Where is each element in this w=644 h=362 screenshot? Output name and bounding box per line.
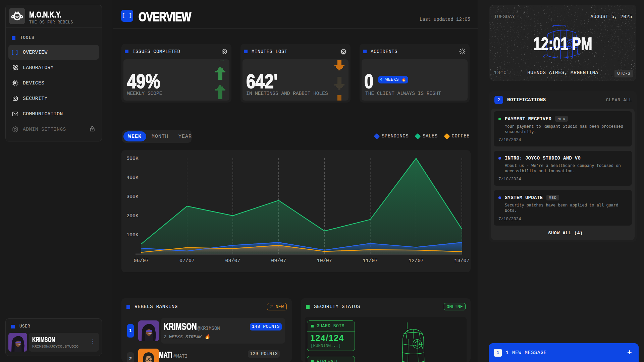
svg-text:11/07: 11/07 <box>363 258 378 264</box>
svg-text:500K: 500K <box>126 156 139 162</box>
svg-text:13/07: 13/07 <box>454 258 469 264</box>
svg-text:06/07: 06/07 <box>133 258 149 264</box>
svg-text:10/07: 10/07 <box>317 258 332 264</box>
svg-text:08/07: 08/07 <box>225 258 240 264</box>
svg-text:09/07: 09/07 <box>271 258 286 264</box>
svg-text:100K: 100K <box>126 232 139 238</box>
svg-text:07/07: 07/07 <box>179 258 195 264</box>
svg-text:12/07: 12/07 <box>409 258 424 264</box>
svg-text:300K: 300K <box>126 194 139 200</box>
svg-text:400K: 400K <box>126 175 139 181</box>
svg-text:200K: 200K <box>126 213 139 219</box>
